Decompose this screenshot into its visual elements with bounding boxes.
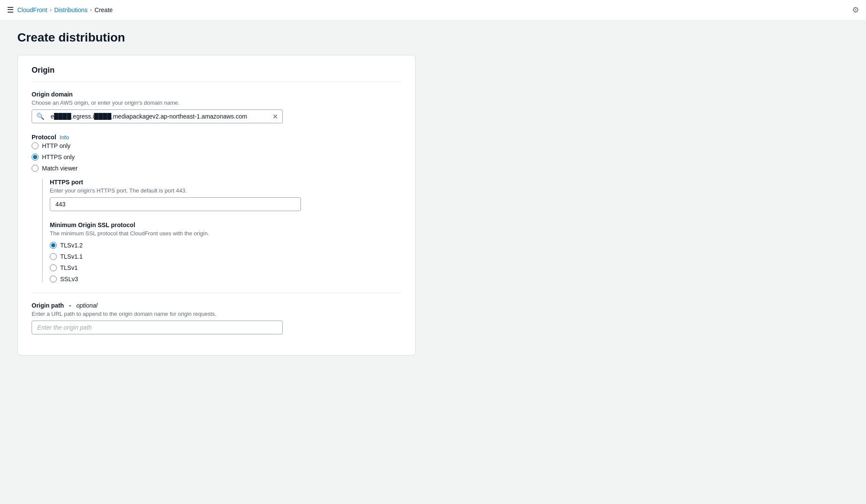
origin-path-description: Enter a URL path to append to the origin… [32,311,401,317]
protocol-http-only[interactable]: HTTP only [32,142,401,149]
divider [32,293,401,293]
search-icon: 🔍 [32,112,49,120]
page-title: Create distribution [17,31,416,45]
ssl-tlsv1-radio[interactable] [50,264,57,271]
breadcrumb-separator-2: › [90,7,92,13]
min-ssl-group: Minimum Origin SSL protocol The minimum … [50,222,401,282]
breadcrumb-link-cloudfront[interactable]: CloudFront [17,6,47,13]
ssl-tlsv1[interactable]: TLSv1 [50,264,401,271]
breadcrumb-link-distributions[interactable]: Distributions [54,6,87,13]
ssl-sslv3-radio[interactable] [50,276,57,282]
protocol-https-only-radio[interactable] [32,154,39,161]
min-ssl-radio-group: TLSv1.2 TLSv1.1 TLSv1 SSLv3 [50,242,401,282]
protocol-info-link[interactable]: Info [60,134,69,141]
protocol-https-only-label: HTTPS only [42,154,74,161]
ssl-sslv3[interactable]: SSLv3 [50,276,401,282]
https-port-label: HTTPS port [50,179,401,186]
origin-card: Origin Origin domain Choose an AWS origi… [17,55,416,356]
protocol-match-viewer[interactable]: Match viewer [32,165,401,172]
origin-section-title: Origin [32,66,401,82]
protocol-label: Protocol Info [32,134,401,141]
min-ssl-label: Minimum Origin SSL protocol [50,222,401,228]
origin-domain-label: Origin domain [32,91,401,98]
protocol-group: Protocol Info HTTP only HTTPS only Match… [32,134,401,282]
https-port-group: HTTPS port Enter your origin's HTTPS por… [50,179,401,211]
ssl-tlsv1-label: TLSv1 [60,264,78,271]
ssl-tlsv1-2-label: TLSv1.2 [60,242,83,249]
https-port-input[interactable] [50,197,301,211]
top-bar-left: ☰ CloudFront › Distributions › Create [7,5,113,15]
https-port-description: Enter your origin's HTTPS port. The defa… [50,187,401,194]
protocol-http-only-radio[interactable] [32,142,39,149]
origin-path-input[interactable] [32,321,283,334]
breadcrumb-current: Create [94,6,113,13]
ssl-sslv3-label: SSLv3 [60,276,78,282]
settings-icon[interactable]: ⚙ [852,5,859,15]
https-indented-section: HTTPS port Enter your origin's HTTPS por… [42,179,401,282]
top-bar-right: ⚙ [852,5,859,15]
origin-domain-input[interactable] [49,110,268,123]
top-bar: ☰ CloudFront › Distributions › Create ⚙ [0,0,866,20]
protocol-http-only-label: HTTP only [42,142,71,149]
origin-path-optional: optional [76,302,97,309]
origin-domain-group: Origin domain Choose an AWS origin, or e… [32,91,401,123]
protocol-radio-group: HTTP only HTTPS only Match viewer [32,142,401,172]
protocol-match-viewer-radio[interactable] [32,165,39,172]
origin-domain-input-wrapper[interactable]: 🔍 ✕ [32,109,283,123]
protocol-https-only[interactable]: HTTPS only [32,154,401,161]
ssl-tlsv1-1-radio[interactable] [50,253,57,260]
breadcrumb: CloudFront › Distributions › Create [17,6,113,13]
clear-domain-button[interactable]: ✕ [268,112,282,121]
protocol-match-viewer-label: Match viewer [42,165,78,172]
page-content: Create distribution Origin Origin domain… [0,20,433,376]
ssl-tlsv1-1-label: TLSv1.1 [60,253,83,260]
hamburger-icon[interactable]: ☰ [7,5,14,15]
ssl-tlsv1-1[interactable]: TLSv1.1 [50,253,401,260]
ssl-tlsv1-2[interactable]: TLSv1.2 [50,242,401,249]
breadcrumb-separator-1: › [50,7,52,13]
origin-domain-description: Choose an AWS origin, or enter your orig… [32,100,401,106]
origin-path-label: Origin path - optional [32,302,401,309]
origin-path-group: Origin path - optional Enter a URL path … [32,302,401,334]
ssl-tlsv1-2-radio[interactable] [50,242,57,249]
min-ssl-description: The minimum SSL protocol that CloudFront… [50,230,401,237]
